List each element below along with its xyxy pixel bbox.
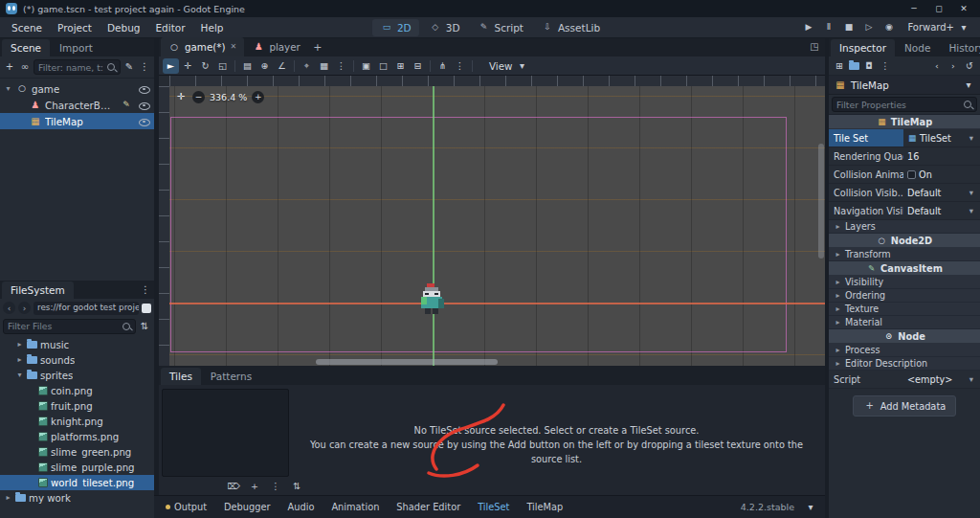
tab-tiles[interactable]: Tiles <box>161 368 201 385</box>
checkbox[interactable] <box>907 170 916 179</box>
collapse-arrow-icon[interactable]: ▸ <box>15 353 24 367</box>
property-label[interactable]: Collision Visib... <box>829 184 903 201</box>
move-tool-icon[interactable]: ✛ <box>180 58 196 74</box>
delete-source-button[interactable]: ⌦ <box>227 480 240 493</box>
bottom-panel-debugger[interactable]: Debugger <box>224 502 271 512</box>
property-filter-input[interactable]: Filter Properties <box>832 97 977 112</box>
inspector-forward-button[interactable]: › <box>947 59 960 73</box>
inspector-section-node[interactable]: ⊙Node <box>829 329 980 344</box>
vscroll-thumb[interactable] <box>818 144 824 259</box>
scene-tree-menu-button[interactable]: ⋮ <box>138 60 151 74</box>
property-value[interactable]: On <box>903 166 980 183</box>
inspector-group-layers[interactable]: ▸Layers <box>829 220 980 234</box>
tab-node[interactable]: Node <box>896 39 939 56</box>
bottom-panel-tileset[interactable]: TileSet <box>478 502 509 512</box>
file-item-sprites[interactable]: ▾sprites <box>0 368 154 383</box>
tab-inspector[interactable]: Inspector <box>831 39 895 56</box>
bottom-panel-animation[interactable]: Animation <box>331 502 379 512</box>
filesystem-title[interactable]: FileSystem <box>2 282 74 299</box>
hscroll-thumb[interactable] <box>316 359 498 365</box>
inspector-group-transform[interactable]: ▸Transform <box>829 248 980 261</box>
history-back-button[interactable]: ‹ <box>3 302 15 314</box>
view-menu-button[interactable]: View ▾ <box>484 57 533 75</box>
ruler-icon[interactable]: ∠ <box>274 58 290 74</box>
attach-script-button[interactable]: ✎ <box>122 60 136 74</box>
dropdown-icon[interactable]: ▾ <box>967 372 976 386</box>
inspector-section-canvasitem[interactable]: ✎CanvasItem <box>829 261 980 276</box>
maximize-button[interactable]: ◻ <box>934 4 944 13</box>
menu-scene[interactable]: Scene <box>4 19 50 36</box>
scene-node-game[interactable]: ▾○game <box>0 80 154 97</box>
file-item-music[interactable]: ▸music <box>0 337 154 352</box>
load-resource-button[interactable] <box>849 62 859 70</box>
workspace-assetlib[interactable]: ⇩AssetLib <box>533 19 608 36</box>
visibility-eye-icon[interactable] <box>138 83 150 95</box>
property-label[interactable]: Script <box>829 371 903 388</box>
property-value[interactable]: 16 <box>903 147 980 165</box>
property-label[interactable]: Navigation Visib... <box>829 202 903 219</box>
property-value[interactable]: Default▾ <box>903 184 980 201</box>
zoom-out-button[interactable]: − <box>192 91 205 103</box>
viewport-2d[interactable]: ✛ − 336.4 % + <box>159 76 825 366</box>
attach-script-badge-icon[interactable]: ✎ <box>120 99 133 112</box>
scene-tab-game[interactable]: ○game(*)✕ <box>161 37 244 56</box>
close-button[interactable]: ✕ <box>959 4 969 13</box>
property-value[interactable]: Default▾ <box>903 202 980 219</box>
horizontal-scrollbar[interactable] <box>169 359 817 365</box>
tab-history[interactable]: History <box>940 39 980 56</box>
collapse-arrow-icon[interactable]: ▾ <box>4 82 12 96</box>
collapse-arrow-icon[interactable]: ▸ <box>4 491 12 505</box>
sort-files-button[interactable]: ⇅ <box>138 320 151 333</box>
movie-maker-button[interactable]: ◉ <box>882 21 896 34</box>
tileset-sources-list[interactable] <box>162 389 289 477</box>
new-resource-button[interactable]: ⊞ <box>833 59 846 73</box>
minimize-button[interactable]: ─ <box>909 4 919 13</box>
scene-filter-input[interactable]: Filter: name, t:ty <box>33 59 121 75</box>
filesystem-menu-button[interactable]: ⋮ <box>139 283 152 297</box>
property-label[interactable]: Rendering Quad... <box>829 147 903 165</box>
save-resource-button[interactable]: ◘ <box>862 59 876 73</box>
bottom-panel-tilemap[interactable]: TileMap <box>526 502 563 512</box>
menu-editor[interactable]: Editor <box>147 19 192 36</box>
inspector-group-ordering[interactable]: ▸Ordering <box>829 289 980 303</box>
pan-view-icon[interactable]: ✛ <box>174 90 188 103</box>
inspector-group-process[interactable]: ▸Process <box>829 344 980 357</box>
lock-icon[interactable]: ▣ <box>358 58 374 74</box>
property-value[interactable]: ▦TileSet▾ <box>903 129 980 146</box>
rotate-tool-icon[interactable]: ↻ <box>197 58 213 74</box>
collapse-bottom-panel-button[interactable]: ▾ <box>804 501 817 514</box>
snap-menu-icon[interactable]: ⋮ <box>333 58 349 74</box>
renderer-select[interactable]: Forward+ ▾ <box>903 19 974 36</box>
file-item-platforms-png[interactable]: platforms.png <box>0 429 154 444</box>
skeleton-icon[interactable]: ⋔ <box>434 58 451 74</box>
zoom-in-button[interactable]: + <box>252 91 264 103</box>
ungroup-icon[interactable]: ⊟ <box>410 58 426 74</box>
file-filter-input[interactable]: Filter Files <box>3 319 136 334</box>
inspector-section-node2d[interactable]: ○Node2D <box>829 234 980 248</box>
scene-node-tilemap[interactable]: ▦TileMap <box>0 113 154 129</box>
dropdown-icon[interactable]: ▾ <box>967 204 976 217</box>
file-item-knight-png[interactable]: knight.png <box>0 414 154 429</box>
resource-menu-button[interactable]: ⋮ <box>879 59 892 73</box>
scene-tab-player[interactable]: ♟player <box>245 37 306 56</box>
add-metadata-button[interactable]: + Add Metadata <box>853 395 956 417</box>
file-item-slime-purple-png[interactable]: slime_purple.png <box>0 460 154 475</box>
grid-snap-icon[interactable]: ▦ <box>316 58 332 74</box>
inspector-group-editor-description[interactable]: ▸Editor Description <box>829 357 980 371</box>
workspace-2d[interactable]: ▭2D <box>372 19 419 36</box>
new-scene-tab-button[interactable]: + <box>311 40 324 54</box>
expand-viewport-button[interactable]: ◳ <box>808 40 821 54</box>
inspector-section-tilemap[interactable]: ▦TileMap <box>829 115 980 129</box>
pivot-icon[interactable]: ⊕ <box>256 58 273 74</box>
scene-node-characterbody2d[interactable]: ♟CharacterBody2D✎ <box>0 97 154 113</box>
pause-button[interactable]: Ⅱ <box>822 21 835 34</box>
current-path[interactable]: res://for godot test project/s <box>33 302 139 315</box>
sources-menu-button[interactable]: ⋮ <box>269 480 282 493</box>
unlock-icon[interactable]: □ <box>375 58 391 74</box>
tab-import[interactable]: Import <box>51 39 101 56</box>
tab-scene[interactable]: Scene <box>2 39 50 56</box>
inspector-group-texture[interactable]: ▸Texture <box>829 303 980 316</box>
collapse-arrow-icon[interactable]: ▾ <box>15 369 24 382</box>
play-scene-button[interactable]: ▷ <box>862 21 876 34</box>
vertical-scrollbar[interactable] <box>818 86 824 358</box>
